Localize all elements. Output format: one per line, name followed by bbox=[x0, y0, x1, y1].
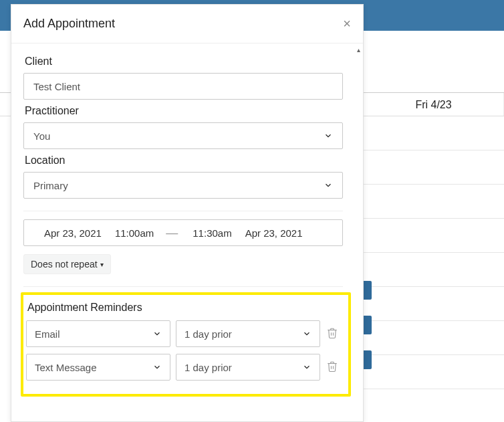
modal-header: Add Appointment × bbox=[11, 5, 363, 43]
reminder-type-value: Email bbox=[35, 328, 60, 340]
reminder-type-select[interactable]: Email bbox=[26, 320, 170, 347]
close-icon[interactable]: × bbox=[343, 16, 351, 31]
start-date[interactable]: Apr 23, 2021 bbox=[44, 227, 102, 239]
repeat-button[interactable]: Does not repeat ▾ bbox=[23, 254, 111, 274]
end-date[interactable]: Apr 23, 2021 bbox=[245, 227, 303, 239]
caret-down-icon: ▾ bbox=[100, 261, 104, 268]
client-input-value: Test Client bbox=[33, 81, 80, 92]
repeat-label: Does not repeat bbox=[31, 259, 98, 270]
practitioner-selected: You bbox=[33, 130, 50, 142]
practitioner-select[interactable]: You bbox=[23, 122, 343, 149]
reminder-timing-select[interactable]: 1 day prior bbox=[176, 320, 320, 347]
end-time[interactable]: 11:30am bbox=[193, 227, 231, 239]
divider bbox=[23, 211, 343, 211]
trash-icon[interactable] bbox=[326, 327, 339, 340]
chevron-down-icon bbox=[324, 181, 333, 190]
reminder-timing-select[interactable]: 1 day prior bbox=[176, 354, 320, 381]
scroll-up-icon[interactable]: ▴ bbox=[357, 46, 360, 54]
chevron-down-icon bbox=[302, 329, 311, 338]
location-label: Location bbox=[25, 154, 350, 167]
time-separator: — bbox=[166, 226, 178, 240]
calendar-day-column-right[interactable] bbox=[364, 116, 504, 422]
reminder-timing-value: 1 day prior bbox=[184, 362, 232, 373]
repeat-section: Does not repeat ▾ bbox=[23, 254, 351, 274]
reminder-type-value: Text Message bbox=[35, 362, 97, 373]
chevron-down-icon bbox=[152, 362, 162, 372]
divider bbox=[23, 286, 343, 287]
client-input[interactable]: Test Client bbox=[23, 73, 343, 100]
location-selected: Primary bbox=[33, 180, 68, 191]
modal-body: ▴ Client Test Client Practitioner You Lo… bbox=[11, 43, 363, 421]
reminder-row: Text Message 1 day prior bbox=[26, 354, 346, 381]
modal-title: Add Appointment bbox=[23, 17, 115, 31]
chevron-down-icon bbox=[324, 131, 333, 140]
reminder-timing-value: 1 day prior bbox=[184, 328, 232, 340]
chevron-down-icon bbox=[302, 362, 311, 372]
add-appointment-modal: Add Appointment × ▴ Client Test Client P… bbox=[11, 4, 364, 422]
practitioner-label: Practitioner bbox=[25, 105, 350, 117]
location-select[interactable]: Primary bbox=[23, 172, 343, 199]
appointment-reminders-section: Appointment Reminders Email 1 day prior … bbox=[21, 292, 351, 397]
calendar-day-header-right[interactable]: Fri 4/23 bbox=[364, 93, 504, 116]
reminders-section-label: Appointment Reminders bbox=[27, 302, 344, 314]
start-time[interactable]: 11:00am bbox=[115, 227, 154, 239]
datetime-row[interactable]: Apr 23, 2021 11:00am — 11:30am Apr 23, 2… bbox=[23, 219, 343, 246]
chevron-down-icon bbox=[152, 329, 162, 338]
reminder-row: Email 1 day prior bbox=[26, 320, 346, 347]
trash-icon[interactable] bbox=[326, 360, 339, 374]
client-label: Client bbox=[25, 56, 350, 68]
reminder-type-select[interactable]: Text Message bbox=[26, 354, 170, 381]
